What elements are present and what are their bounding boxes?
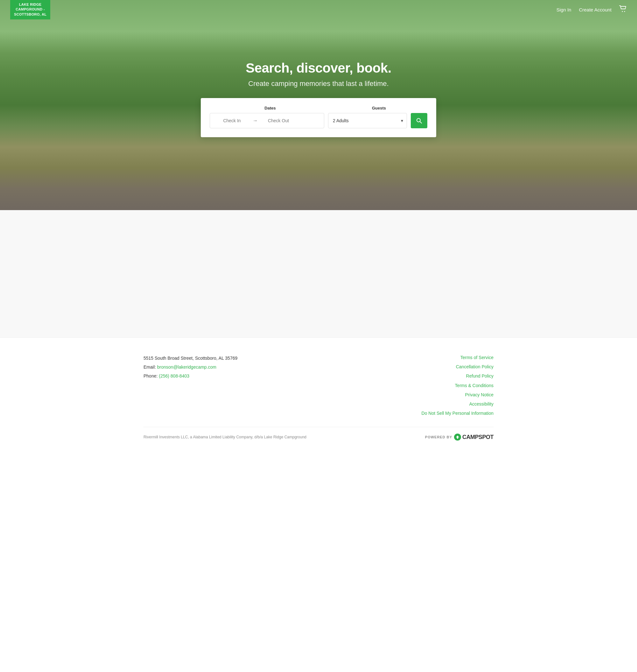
search-icon: [416, 118, 422, 124]
guests-select-wrap: 1 Adult2 Adults3 Adults4 Adults5 Adults6…: [328, 113, 407, 128]
sign-in-link[interactable]: Sign In: [557, 7, 571, 13]
campspot-icon: [454, 434, 461, 441]
site-logo[interactable]: LAKE RIDGE CAMPGROUND - SCOTTSBORO, AL: [10, 0, 50, 19]
guests-select[interactable]: 1 Adult2 Adults3 Adults4 Adults5 Adults6…: [328, 113, 407, 128]
powered-by-label: POWERED BY: [425, 435, 452, 439]
footer-link[interactable]: Refund Policy: [422, 372, 493, 380]
check-in-input[interactable]: [215, 118, 250, 123]
powered-by: POWERED BY CAMPSPOT: [425, 434, 493, 441]
header-nav: Sign In Create Account: [557, 5, 627, 14]
campspot-logo[interactable]: CAMPSPOT: [454, 434, 493, 441]
cart-icon[interactable]: [619, 5, 627, 14]
footer-contact: 5515 South Broad Street, Scottsboro, AL …: [144, 354, 237, 381]
search-button[interactable]: [411, 113, 427, 128]
hero-title: Search, discover, book.: [201, 60, 436, 76]
main-content: [0, 210, 637, 337]
footer-phone-row: Phone: (256) 808-8403: [144, 371, 237, 381]
email-label: Email:: [144, 365, 156, 370]
footer-legal-text: Rivermill Investments LLC, a Alabama Lim…: [144, 435, 306, 439]
arrow-icon: →: [253, 118, 258, 124]
footer-link[interactable]: Accessibility: [422, 400, 493, 408]
search-row: → 1 Adult2 Adults3 Adults4 Adults5 Adult…: [210, 113, 427, 128]
footer-link[interactable]: Terms of Service: [422, 354, 493, 361]
campspot-brand-name: CAMPSPOT: [462, 434, 493, 441]
footer-link[interactable]: Cancellation Policy: [422, 363, 493, 371]
footer-link[interactable]: Terms & Conditions: [422, 382, 493, 390]
footer-link[interactable]: Privacy Notice: [422, 391, 493, 399]
phone-label: Phone:: [144, 373, 158, 378]
footer-email-row: Email: bronson@lakeridgecamp.com: [144, 362, 237, 371]
site-header: LAKE RIDGE CAMPGROUND - SCOTTSBORO, AL S…: [0, 0, 637, 19]
site-footer: 5515 South Broad Street, Scottsboro, AL …: [0, 337, 637, 450]
hero-content: Search, discover, book. Create camping m…: [201, 60, 436, 137]
svg-line-3: [420, 121, 422, 123]
create-account-link[interactable]: Create Account: [579, 7, 612, 13]
svg-point-0: [622, 11, 623, 12]
hero-subtitle: Create camping memories that last a life…: [201, 79, 436, 88]
phone-link[interactable]: (256) 808-8403: [159, 373, 189, 378]
footer-links: Terms of ServiceCancellation PolicyRefun…: [422, 354, 493, 417]
svg-point-1: [624, 11, 625, 12]
search-labels: Dates Guests: [210, 106, 427, 110]
guests-label: Guests: [331, 106, 427, 110]
search-box: Dates Guests → 1 Adult2 Adults3 Adults4 …: [201, 98, 436, 137]
footer-address: 5515 South Broad Street, Scottsboro, AL …: [144, 354, 237, 362]
hero-section: Search, discover, book. Create camping m…: [0, 0, 637, 210]
footer-inner: 5515 South Broad Street, Scottsboro, AL …: [144, 354, 493, 417]
footer-bottom: Rivermill Investments LLC, a Alabama Lim…: [144, 427, 493, 441]
footer-link[interactable]: Do Not Sell My Personal Information: [422, 409, 493, 417]
dates-label: Dates: [210, 106, 331, 110]
email-link[interactable]: bronson@lakeridgecamp.com: [157, 365, 216, 370]
dates-input-group: →: [210, 113, 324, 128]
check-out-input[interactable]: [261, 118, 296, 123]
